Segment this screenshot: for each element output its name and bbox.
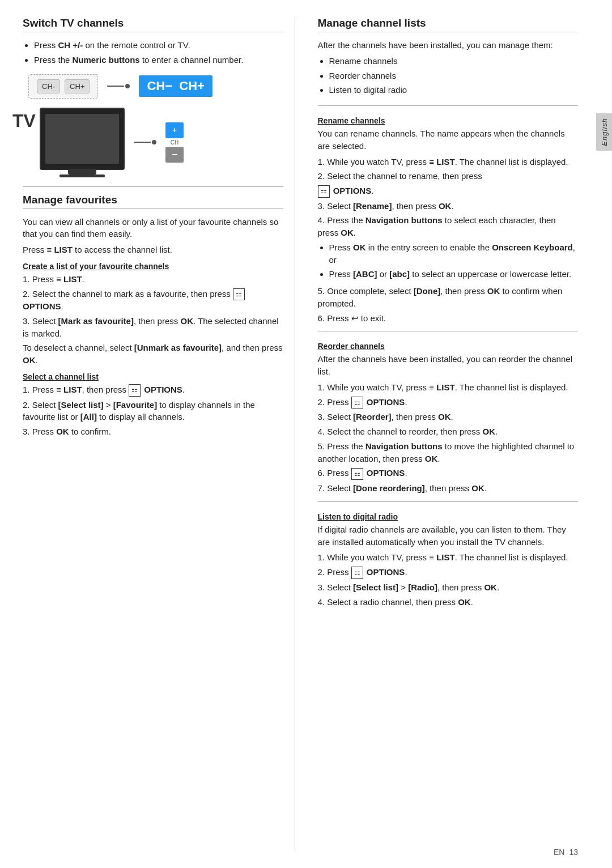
- reorder-step-6: 6. Press ⚏ OPTIONS.: [318, 467, 579, 480]
- options-icon-r: ⚏: [318, 185, 330, 197]
- manage-channel-section: Manage channel lists After the channels …: [318, 17, 579, 96]
- create-step-2: 2. Select the channel to mark as a favou…: [23, 288, 283, 313]
- all-bracket: [All]: [80, 412, 97, 422]
- reorder-bracket: [Reorder]: [353, 412, 392, 422]
- manage-fav-intro: You can view all channels or only a list…: [23, 216, 283, 241]
- page-footer: EN 13: [554, 848, 578, 857]
- reorder-step-2: 2. Press ⚏ OPTIONS.: [318, 396, 579, 409]
- ok-bold-r5: OK: [353, 242, 366, 252]
- reorder-step-7: 7. Select [Done reordering], then press …: [318, 482, 579, 495]
- ok-bold-r3: OK: [439, 201, 452, 211]
- manage-channel-title: Manage channel lists: [318, 17, 579, 32]
- options-bold-rd6: OPTIONS: [367, 468, 405, 478]
- manage-channel-intro: After the channels have been installed, …: [318, 39, 579, 52]
- select-list-ls-bracket: [Select list]: [353, 582, 398, 592]
- ok-bold2: OK: [23, 355, 36, 365]
- manage-channel-bullets: Rename channels Reorder channels Listen …: [329, 55, 579, 96]
- list-item: Rename channels: [329, 55, 579, 67]
- ch-label-text: CH− CH+: [147, 79, 204, 93]
- onscreen-kbd-bold: Onscreen Keyboard: [492, 242, 573, 252]
- list-bold-rd1: LIST: [436, 382, 455, 392]
- select-step-1: 1. Press ≡ LIST, then press ⚏ OPTIONS.: [23, 384, 283, 397]
- manage-favourites-section: Manage favourites You can view all chann…: [23, 186, 283, 438]
- select-list-bracket: [Select list]: [58, 400, 104, 410]
- list-item: Press the Numeric buttons to enter a cha…: [34, 54, 283, 66]
- tv-base: [60, 175, 105, 177]
- listen-step-1: 1. While you watch TV, press ≡ LIST. The…: [318, 551, 579, 564]
- create-step-3: 3. Select [Mark as favourite], then pres…: [23, 315, 283, 340]
- tv-ch-plus-btn: +: [165, 122, 184, 138]
- list-icon-inline: ≡: [47, 245, 52, 254]
- abc-lower-bracket: [abc]: [389, 269, 410, 279]
- numeric-buttons-bold: Numeric buttons: [73, 55, 140, 65]
- radio-bracket: [Radio]: [408, 582, 437, 592]
- options-text: OPTIONS: [23, 301, 61, 311]
- ch-plusminus-bold: CH +/-: [58, 40, 83, 50]
- tv-stand: [68, 170, 96, 175]
- tv-screen: [45, 114, 119, 164]
- list-bold-r1: LIST: [436, 157, 455, 167]
- listen-digital-section: Listen to digital radio If digital radio…: [318, 501, 579, 608]
- right-column: Manage channel lists After the channels …: [312, 17, 579, 851]
- favourite-bracket: [Favourite]: [113, 400, 158, 410]
- reorder-step-4: 4. Select the channel to reorder, then p…: [318, 426, 579, 438]
- reorder-intro: After the channels have been installed, …: [318, 353, 579, 378]
- list-item: Listen to digital radio: [329, 84, 579, 96]
- tv-text-label: TV: [12, 110, 36, 131]
- select-channel-list-title: Select a channel list: [23, 372, 283, 381]
- options-icon-ls2: ⚏: [351, 567, 363, 578]
- nav-buttons-bold: Navigation buttons: [366, 215, 443, 225]
- tv-ch-buttons: + CH −: [165, 122, 184, 163]
- footer-page: 13: [569, 848, 578, 857]
- reorder-channels-section: Reorder channels After the channels have…: [318, 331, 579, 494]
- rename-step-4: 4. Press the Navigation buttons to selec…: [318, 214, 579, 239]
- options-icon-1: ⚏: [233, 288, 245, 300]
- create-list-title: Create a list of your favourite channels: [23, 262, 283, 271]
- options-icon-2: ⚏: [129, 384, 141, 396]
- ch-minus-button: CH-: [37, 79, 60, 93]
- reorder-step-3: 3. Select [Reorder], then press OK.: [318, 411, 579, 423]
- tv-ch-text: CH: [171, 139, 178, 146]
- rename-bullets: Press OK in the entry screen to enable t…: [329, 241, 579, 280]
- options-bold-ls2: OPTIONS: [367, 567, 405, 577]
- language-label: English: [600, 118, 609, 146]
- reorder-title: Reorder channels: [318, 342, 579, 351]
- list-text: LIST: [54, 245, 73, 254]
- list-bold-ls1: LIST: [436, 552, 455, 562]
- switch-tv-title: Switch TV channels: [23, 17, 283, 32]
- options-icon-rd6: ⚏: [351, 468, 363, 480]
- ok-bold-rd3: OK: [438, 412, 451, 422]
- options-icon-rd2: ⚏: [351, 397, 363, 409]
- listen-title: Listen to digital radio: [318, 512, 579, 521]
- ok-bold-rd5: OK: [425, 454, 438, 463]
- tv-body: [40, 108, 125, 170]
- left-column: Switch TV channels Press CH +/- on the r…: [23, 17, 295, 851]
- rename-title: Rename channels: [318, 116, 579, 125]
- rename-step-6: 6. Press ↩ to exit.: [318, 312, 579, 325]
- connector-dot: [125, 84, 130, 88]
- listen-step-3: 3. Select [Select list] > [Radio], then …: [318, 581, 579, 594]
- ch-plus-button: CH+: [65, 79, 90, 93]
- tv-connector-dot: [152, 140, 156, 144]
- tv-connector-line: [134, 142, 151, 143]
- tv-shape: [40, 108, 125, 177]
- ok-bold-rd7: OK: [471, 483, 484, 493]
- rename-bracket: [Rename]: [353, 201, 392, 211]
- ok-bold-ls4: OK: [458, 597, 471, 607]
- ok-bold3: OK: [56, 427, 69, 436]
- rename-step-2: 2. Select the channel to rename, then pr…: [318, 170, 579, 182]
- manage-fav-title: Manage favourites: [23, 194, 283, 209]
- switch-tv-section: Switch TV channels Press CH +/- on the r…: [23, 17, 283, 177]
- rename-step-3: 3. Select [Rename], then press OK.: [318, 200, 579, 212]
- list-bold: LIST: [63, 274, 82, 284]
- rename-intro: You can rename channels. The name appear…: [318, 127, 579, 152]
- rename-step-2b: ⚏ OPTIONS.: [318, 185, 579, 198]
- language-tab: English: [596, 113, 612, 151]
- ok-bold-rd4: OK: [483, 427, 496, 436]
- listen-intro: If digital radio channels are available,…: [318, 524, 579, 548]
- listen-step-4: 4. Select a radio channel, then press OK…: [318, 596, 579, 609]
- reorder-step-5: 5. Press the Navigation buttons to move …: [318, 440, 579, 465]
- ch-label-box: CH− CH+: [139, 75, 212, 97]
- mark-fav-bracket: [Mark as favourite]: [58, 316, 134, 326]
- create-step-deselect: To deselect a channel, select [Unmark as…: [23, 342, 283, 367]
